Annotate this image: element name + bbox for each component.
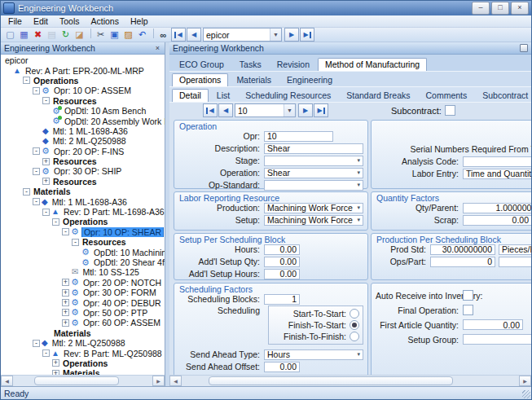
menu-item[interactable]: File	[2, 16, 28, 26]
expander-icon[interactable]	[52, 218, 59, 226]
new-button[interactable]: ▢	[3, 29, 17, 41]
expander-icon[interactable]	[42, 178, 50, 185]
scheduling-radio[interactable]	[350, 332, 359, 341]
send-ahead-offset-input[interactable]: 0.00	[264, 362, 300, 372]
description-input[interactable]: Shear	[264, 143, 363, 154]
expander-icon[interactable]	[62, 299, 69, 306]
expander-icon[interactable]	[33, 198, 40, 205]
addl-setup-qty-input[interactable]: 0.00	[264, 257, 300, 267]
tab[interactable]: Scheduling Resources	[238, 89, 338, 102]
tab[interactable]: Detail	[172, 89, 209, 102]
tree-hscrollbar[interactable]: ◀ ▶	[1, 375, 165, 386]
expander-icon[interactable]	[23, 188, 30, 196]
tree-item[interactable]: Opr: 30 OP: SHIP	[1, 166, 165, 176]
record-combo[interactable]: 10 ▼	[235, 103, 296, 117]
tree-item[interactable]: OpDtl: 20 Assembly Work Force	[1, 116, 165, 125]
tree-item[interactable]: OpDtl: 20 Shear 4ft - Amad	[1, 257, 165, 267]
expander-icon[interactable]	[33, 168, 40, 175]
tree-hscroll-thumb[interactable]	[34, 376, 120, 385]
tab[interactable]: Revision	[270, 58, 317, 71]
tree-item[interactable]: Resources	[1, 96, 165, 106]
copy-button[interactable]: ▣	[108, 29, 121, 41]
tree-item[interactable]: Opr: 20 OP: NOTCH	[1, 278, 165, 288]
close-button[interactable]: ×	[511, 2, 529, 15]
tab[interactable]: Standard Breaks	[339, 89, 417, 102]
clear-button[interactable]: ◪	[73, 29, 86, 41]
tree-item[interactable]: Opr: 10 OP: SHEAR	[1, 227, 165, 237]
paste-button[interactable]: ▨	[121, 29, 135, 41]
scrap-input[interactable]: 0.00	[463, 215, 531, 226]
expander-icon[interactable]	[62, 309, 69, 316]
tab[interactable]: Engineering	[279, 73, 340, 86]
ops-part-unit-input[interactable]	[499, 257, 531, 267]
tree-item[interactable]: Materials	[1, 187, 165, 196]
refresh-button[interactable]: ↻	[59, 29, 73, 41]
tab[interactable]: Comments	[418, 89, 474, 102]
pin-icon[interactable]	[520, 44, 528, 52]
tree-item[interactable]: Mtl: 1 ML-1698-A36	[1, 126, 165, 136]
ops-part-input[interactable]: 0	[430, 257, 495, 267]
tree-item[interactable]: Mtl: 10 SS-125	[1, 267, 165, 277]
expander-icon[interactable]	[72, 239, 79, 246]
qty-parent-input[interactable]: 1.00000000	[463, 203, 531, 213]
prod-std-unit-select[interactable]: Pieces/Hour	[499, 244, 531, 255]
expander-icon[interactable]	[33, 147, 40, 155]
expander-icon[interactable]	[42, 158, 50, 165]
form-hscrollbar[interactable]: ◀ ▶	[169, 375, 531, 386]
scheduling-blocks-input[interactable]: 1	[264, 294, 300, 305]
tree-item[interactable]: Opr: 60 OP: ASSEM	[1, 318, 165, 327]
expander-icon[interactable]	[52, 359, 59, 367]
expander-icon[interactable]	[42, 97, 50, 104]
hours-input[interactable]: 0.00	[264, 244, 300, 255]
tree-item[interactable]: Rev: A Part: EPR-200-ML-MRP	[1, 65, 165, 75]
scroll-right-icon[interactable]: ▶	[152, 376, 165, 386]
search-button[interactable]: ∞	[156, 29, 170, 41]
analysis-code-input[interactable]	[463, 156, 531, 167]
print-button[interactable]: ▤	[45, 29, 59, 41]
expander-icon[interactable]	[33, 340, 40, 347]
tree-item[interactable]: Rev: B Part: ML-Q250988	[1, 348, 165, 358]
undo-button[interactable]: ↶	[135, 29, 149, 41]
nav-first-button[interactable]: ◀	[171, 28, 186, 42]
operation-select[interactable]: Shear	[264, 168, 363, 178]
record-next-button[interactable]: ▶	[298, 103, 313, 117]
tree-item[interactable]: Mtl: 2 ML-Q250988	[1, 136, 165, 146]
cut-button[interactable]: ✂	[94, 29, 108, 41]
tree-item[interactable]: Resources	[1, 237, 165, 247]
tree-item[interactable]: Operations	[1, 217, 165, 226]
tab[interactable]: Method of Manufacturing	[318, 58, 427, 71]
menu-item[interactable]: Edit	[28, 16, 54, 26]
tree-item[interactable]: Operations	[1, 358, 165, 368]
panel-close-icon[interactable]: ×	[154, 44, 161, 52]
nav-last-button[interactable]: ▶	[300, 28, 314, 42]
tree-item[interactable]: Resources	[1, 156, 165, 166]
tree-item[interactable]: Opr: 10 OP: ASSEM	[1, 86, 165, 95]
tab[interactable]: Operations	[172, 73, 228, 86]
tab[interactable]: Materials	[229, 73, 279, 86]
expander-icon[interactable]	[62, 319, 69, 327]
scroll-left-icon[interactable]: ◀	[169, 376, 182, 386]
production-select[interactable]: Machining Work Force	[264, 203, 363, 213]
tree-item[interactable]: Opr: 40 OP: DEBUR	[1, 297, 165, 307]
expander-icon[interactable]	[62, 279, 69, 286]
op-standard-select[interactable]	[264, 180, 363, 191]
menu-item[interactable]: Help	[125, 16, 154, 26]
tree-item[interactable]: Rev: D Part: ML-1698-A36	[1, 207, 165, 217]
tree-item[interactable]: Materials	[1, 328, 165, 338]
tree-item[interactable]: Opr: 50 OP: PTP	[1, 308, 165, 318]
scheduling-radio[interactable]	[350, 320, 359, 330]
tree-item[interactable]: Opr: 20 OP: F-INS	[1, 147, 165, 156]
stage-select[interactable]	[264, 156, 363, 166]
menu-item[interactable]: Tools	[54, 16, 86, 26]
record-first-button[interactable]: ◀	[203, 103, 218, 117]
record-prev-button[interactable]: ◀	[218, 103, 233, 117]
resize-grip[interactable]	[522, 390, 530, 398]
tree-item[interactable]: Mtl: 2 ML-Q250988	[1, 338, 165, 348]
tab[interactable]: ECO Group	[172, 58, 231, 71]
final-operation-checkbox[interactable]	[463, 305, 473, 315]
toolbar-button[interactable]	[87, 29, 91, 38]
labor-entry-select[interactable]: Time and Quantity	[463, 169, 531, 179]
tree-item[interactable]: Resources	[1, 177, 165, 187]
delete-button[interactable]: ✖	[31, 29, 45, 41]
toolbar-button[interactable]	[150, 29, 154, 38]
